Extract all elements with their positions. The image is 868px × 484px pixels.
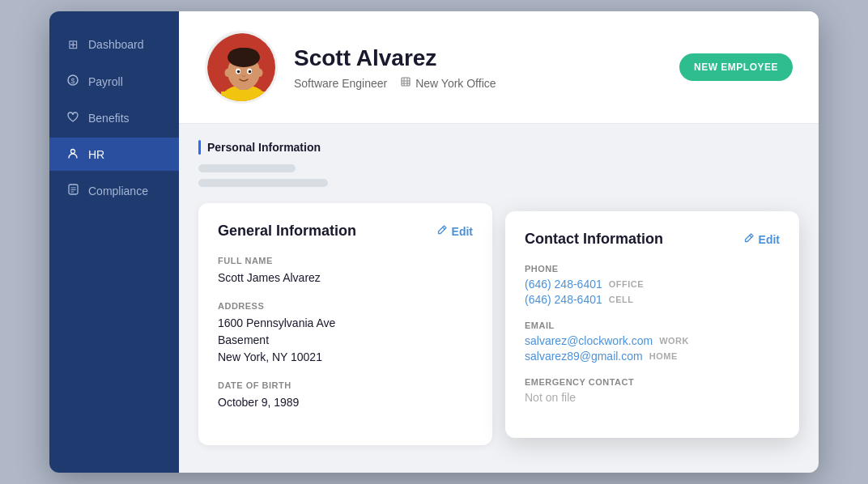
dob-label: DATE OF BIRTH (218, 380, 473, 390)
phone-cell-type: CELL (609, 295, 634, 304)
section-title-personal: Personal Information (207, 141, 321, 154)
svg-point-17 (225, 69, 231, 77)
emergency-label: EMERGENCY CONTACT (525, 377, 780, 387)
app-container: ⊞ Dashboard $ Payroll Benefits (49, 11, 819, 473)
sidebar-item-benefits[interactable]: Benefits (49, 101, 179, 134)
svg-point-15 (237, 70, 240, 74)
sidebar-label-dashboard: Dashboard (88, 38, 144, 51)
profile-role: Software Engineer (294, 77, 387, 90)
phone-office-link[interactable]: (646) 248-6401 (525, 278, 602, 291)
full-name-value: Scott James Alvarez (218, 270, 473, 287)
cards-row: General Information Edit (198, 203, 799, 445)
general-card-title: General Information (218, 223, 356, 240)
svg-point-12 (229, 48, 258, 61)
field-full-name: FULL NAME Scott James Alvarez (218, 256, 473, 287)
email-home-type: HOME (649, 351, 678, 361)
general-info-card: General Information Edit (198, 203, 492, 445)
contact-card-title: Contact Information (525, 231, 663, 248)
sidebar-item-hr[interactable]: HR (49, 138, 179, 171)
dashboard-icon: ⊞ (66, 37, 80, 52)
main-content: Scott Alvarez Software Engineer (179, 11, 819, 473)
hr-icon (66, 147, 80, 161)
sidebar-label-compliance: Compliance (88, 185, 148, 197)
pencil-icon-contact (743, 232, 755, 246)
skeleton-line-1 (198, 164, 296, 172)
personal-info-section-header: Personal Information (198, 140, 799, 155)
field-address: ADDRESS 1600 Pennsylvania AveBasementNew… (218, 301, 473, 366)
sidebar-item-dashboard[interactable]: ⊞ Dashboard (49, 28, 179, 62)
svg-line-25 (442, 227, 445, 230)
phone-cell-link[interactable]: (646) 248-6401 (525, 293, 602, 306)
compliance-icon (66, 184, 80, 197)
phone-office-type: OFFICE (609, 279, 644, 289)
email-work-row: salvarez@clockwork.com WORK (525, 334, 780, 347)
profile-office: New York Office (400, 76, 496, 90)
svg-rect-20 (402, 78, 410, 86)
skeleton-loader (198, 164, 799, 187)
profile-header: Scott Alvarez Software Engineer (179, 11, 819, 124)
email-label: EMAIL (525, 321, 780, 330)
content-area: Personal Information General Information (179, 124, 819, 473)
contact-info-card: Contact Information Edit (505, 211, 799, 438)
general-card-header: General Information Edit (218, 223, 473, 240)
new-employee-button[interactable]: NEW EMPLOYEE (679, 53, 793, 81)
skeleton-line-2 (198, 179, 328, 187)
phone-cell-row: (646) 248-6401 CELL (525, 293, 780, 306)
sidebar-item-payroll[interactable]: $ Payroll (49, 65, 179, 98)
full-name-label: FULL NAME (218, 256, 473, 265)
svg-line-26 (749, 236, 751, 238)
avatar (205, 31, 278, 104)
address-value: 1600 Pennsylvania AveBasementNew York, N… (218, 315, 473, 366)
sidebar: ⊞ Dashboard $ Payroll Benefits (49, 11, 179, 473)
svg-point-18 (257, 69, 263, 77)
contact-edit-button[interactable]: Edit (743, 232, 780, 246)
email-home-link[interactable]: salvarez89@gmail.com (525, 350, 643, 363)
svg-text:$: $ (70, 77, 74, 85)
contact-card-header: Contact Information Edit (525, 231, 780, 248)
sidebar-label-payroll: Payroll (88, 75, 123, 88)
benefits-icon (66, 111, 80, 125)
email-work-link[interactable]: salvarez@clockwork.com (525, 334, 653, 347)
phone-label: PHONE (525, 264, 780, 274)
section-border-accent (198, 140, 201, 155)
office-building-icon (400, 76, 411, 90)
contact-edit-label: Edit (759, 233, 780, 246)
dob-value: October 9, 1989 (218, 394, 473, 411)
sidebar-label-benefits: Benefits (88, 112, 130, 125)
field-dob: DATE OF BIRTH October 9, 1989 (218, 380, 473, 411)
general-edit-label: Edit (452, 225, 473, 238)
svg-rect-19 (221, 91, 266, 104)
email-home-row: salvarez89@gmail.com HOME (525, 350, 780, 363)
address-label: ADDRESS (218, 301, 473, 311)
svg-point-2 (71, 150, 75, 154)
emergency-value: Not on file (525, 391, 780, 404)
general-edit-button[interactable]: Edit (436, 224, 473, 238)
office-name: New York Office (415, 77, 496, 90)
sidebar-label-hr: HR (88, 148, 104, 161)
field-phone: PHONE (646) 248-6401 OFFICE (646) 248-64… (525, 264, 780, 306)
field-emergency: EMERGENCY CONTACT Not on file (525, 377, 780, 404)
pencil-icon (436, 224, 448, 238)
field-email: EMAIL salvarez@clockwork.com WORK salvar… (525, 321, 780, 363)
email-work-type: WORK (659, 336, 689, 346)
phone-office-row: (646) 248-6401 OFFICE (525, 278, 780, 291)
svg-point-16 (249, 70, 252, 74)
payroll-icon: $ (66, 74, 80, 88)
sidebar-item-compliance[interactable]: Compliance (49, 174, 179, 207)
